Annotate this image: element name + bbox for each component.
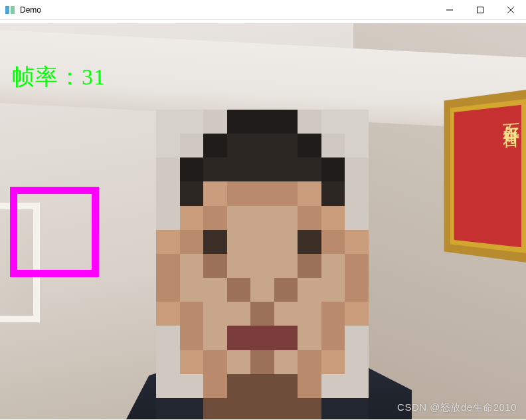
- close-icon: [507, 7, 514, 13]
- scene-picture-frame: 百年好合: [444, 90, 526, 262]
- detection-box: [10, 187, 99, 277]
- minimize-button[interactable]: [434, 0, 465, 19]
- svg-rect-1: [478, 7, 483, 13]
- maximize-button[interactable]: [465, 0, 495, 19]
- app-icon: [5, 5, 16, 15]
- fps-overlay: 帧率：31: [12, 62, 106, 92]
- scene-frame-text: 百年好合: [450, 99, 526, 253]
- content-area: 百年好合 帧率：31 CSDN @怒放de生命2010: [0, 20, 526, 420]
- fps-value: 31: [82, 64, 106, 89]
- window-controls: [434, 0, 526, 19]
- video-frame: 百年好合 帧率：31 CSDN @怒放de生命2010: [0, 23, 526, 419]
- scene-subject-pixelated-face: [156, 110, 369, 419]
- titlebar: Demo: [0, 0, 526, 20]
- watermark-text: CSDN @怒放de生命2010: [397, 401, 517, 414]
- minimize-icon: [446, 7, 453, 13]
- fps-label: 帧率：: [12, 64, 82, 89]
- window-title: Demo: [20, 5, 41, 15]
- maximize-icon: [477, 7, 483, 13]
- close-button[interactable]: [495, 0, 526, 19]
